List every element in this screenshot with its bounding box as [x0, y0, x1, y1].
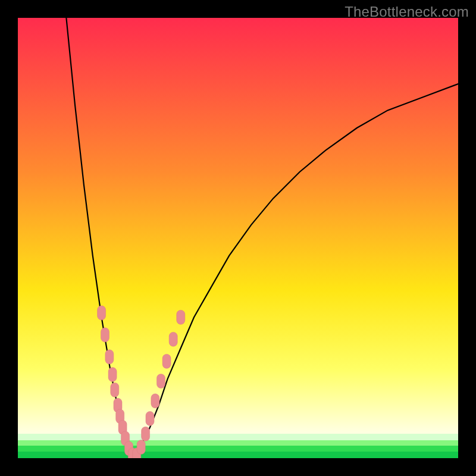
chart-frame: TheBottleneck.com — [0, 0, 476, 476]
highlight-marker — [101, 328, 109, 342]
curve-layer — [18, 18, 458, 458]
highlight-marker — [157, 374, 165, 389]
watermark-text: TheBottleneck.com — [345, 4, 469, 20]
highlight-marker — [98, 306, 106, 320]
highlight-marker — [142, 427, 150, 441]
highlight-marker — [177, 310, 185, 324]
highlight-marker — [162, 354, 171, 368]
highlight-marker — [146, 411, 154, 425]
highlight-marker — [169, 332, 177, 346]
highlight-marker — [111, 383, 119, 397]
highlight-marker — [105, 350, 114, 364]
plot-area — [18, 18, 458, 458]
highlight-marker — [137, 440, 145, 455]
highlight-marker — [108, 367, 117, 381]
curve-right-curve — [132, 84, 458, 458]
curve-left-curve — [66, 18, 132, 458]
highlight-marker — [151, 394, 159, 408]
